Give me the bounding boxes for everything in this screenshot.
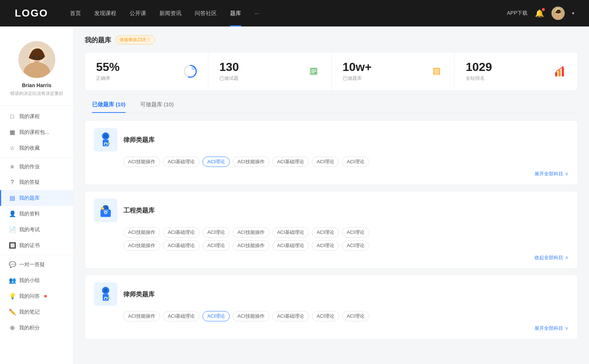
qbank-tag-active[interactable]: ACI理论 <box>202 157 230 167</box>
qbank-card-engineer: 工程类题库 ACI技能操作 ACI基础理论 ACI理论 ACI技能操作 ACI基… <box>85 191 578 269</box>
sidebar-item-points[interactable]: ⊕ 我的积分 <box>0 320 73 336</box>
qbank-tag[interactable]: ACI技能操作 <box>123 311 160 321</box>
sidebar-item-questions[interactable]: 💡 我的问答 <box>0 288 73 304</box>
svg-point-10 <box>191 67 195 70</box>
notification-dot <box>542 8 545 11</box>
qbank-tag[interactable]: ACI基础理论 <box>163 311 200 321</box>
qbank-lawyer-2-expand[interactable]: 展开全部科目 ∨ <box>94 325 569 332</box>
qbank-tag[interactable]: ACI技能操作 <box>233 227 269 238</box>
stat-ranking: 1029 全站排名 <box>455 52 578 90</box>
qbank-card-engineer-header: 工程类题库 <box>94 199 569 222</box>
sidebar-item-profile[interactable]: 👤 我的资料 <box>0 206 73 222</box>
nav-more[interactable]: ··· <box>254 10 259 17</box>
qbank-tag-active[interactable]: ACI理论 <box>202 311 230 321</box>
qbank-tag[interactable]: ACI理论 <box>342 311 369 321</box>
sidebar-item-exam[interactable]: 📄 我的考试 <box>0 222 73 238</box>
qbank-tag[interactable]: ACI理论 <box>312 311 339 321</box>
sidebar-item-profile-label: 我的资料 <box>19 211 40 217</box>
tab-available-banks[interactable]: 可做题库 (10) <box>133 98 181 113</box>
qbank-tag[interactable]: ACI技能操作 <box>123 157 160 167</box>
sidebar-item-qbank-label: 我的题库 <box>19 195 40 201</box>
qbank-tag[interactable]: ACI理论 <box>202 240 230 251</box>
svg-rect-13 <box>311 69 316 70</box>
sidebar-item-courses[interactable]: □ 我的课程 <box>0 109 73 124</box>
nav-qbank[interactable]: 题库 <box>230 10 241 17</box>
stat-done-questions-text: 130 已做试题 <box>219 61 303 82</box>
sidebar-item-tutoring-label: 一对一答疑 <box>19 261 45 268</box>
sidebar-item-courses-label: 我的课程 <box>19 113 40 120</box>
stat-done-questions-value: 130 <box>219 61 303 73</box>
sidebar-item-course-package[interactable]: ▦ 我的课程包... <box>0 124 73 140</box>
points-icon: ⊕ <box>9 324 15 331</box>
svg-rect-18 <box>434 69 439 70</box>
sidebar-item-qbank[interactable]: ▤ 我的题库 <box>0 190 73 206</box>
svg-rect-34 <box>102 208 103 209</box>
navbar: LOGO 首页 发现课程 公开课 新闻资讯 问答社区 题库 ··· APP下载 … <box>0 0 589 26</box>
qbank-tag[interactable]: ACI基础理论 <box>163 227 200 238</box>
qbank-tag[interactable]: ACI技能操作 <box>233 311 269 321</box>
sidebar-item-favorites-label: 我的收藏 <box>19 145 40 151</box>
qbank-tag[interactable]: ACI理论 <box>312 157 339 167</box>
svg-rect-14 <box>311 71 316 72</box>
sidebar-item-homework-label: 我的作业 <box>19 164 40 170</box>
svg-point-39 <box>103 288 108 293</box>
nav-opencourse[interactable]: 公开课 <box>130 10 146 17</box>
sidebar-avatar <box>18 41 55 78</box>
tutoring-icon: 💬 <box>9 261 15 268</box>
nav-home[interactable]: 首页 <box>70 10 81 17</box>
sidebar-item-answers[interactable]: ? 我的答疑 <box>0 175 73 190</box>
qbank-tag[interactable]: ACI理论 <box>312 240 339 251</box>
qbank-tag[interactable]: ACI理论 <box>342 227 369 238</box>
sidebar-item-group[interactable]: 👥 我的小组 <box>0 272 73 288</box>
qbank-card-engineer-tags-row2: ACI技能操作 ACI基础理论 ACI理论 ACI技能操作 ACI基础理论 AC… <box>94 240 569 251</box>
sidebar-item-favorites[interactable]: ☆ 我的收藏 <box>0 140 73 156</box>
tab-done-banks[interactable]: 已做题库 (10) <box>85 98 133 113</box>
qbank-icon: ▤ <box>9 195 15 201</box>
qbank-tag[interactable]: ACI技能操作 <box>123 227 160 238</box>
sidebar-item-certificate-label: 我的证书 <box>19 242 40 249</box>
nav-qa[interactable]: 问答社区 <box>195 10 217 17</box>
svg-rect-21 <box>435 74 438 74</box>
qbank-tag[interactable]: ACI基础理论 <box>163 240 200 251</box>
qbank-tag[interactable]: ACI基础理论 <box>272 311 309 321</box>
avatar-chevron-icon[interactable]: ▾ <box>572 11 574 16</box>
sidebar-username: Brian Harris <box>22 82 51 88</box>
qbank-card-lawyer-1-tags: ACI技能操作 ACI基础理论 ACI理论 ACI技能操作 ACI基础理论 AC… <box>94 157 569 167</box>
qbank-tag[interactable]: ACI技能操作 <box>123 240 160 251</box>
svg-rect-24 <box>562 68 564 76</box>
svg-point-36 <box>105 212 106 213</box>
qbank-tag[interactable]: ACI理论 <box>312 227 339 238</box>
sidebar-item-certificate[interactable]: 🔲 我的证书 <box>0 238 73 253</box>
sidebar-item-homework[interactable]: ≡ 我的作业 <box>0 159 73 175</box>
qbank-tag[interactable]: ACI基础理论 <box>163 157 200 167</box>
qbank-tag[interactable]: ACI技能操作 <box>233 240 269 251</box>
qbank-engineer-expand[interactable]: 收起全部科目 ∧ <box>94 254 569 261</box>
qbank-card-engineer-title: 工程类题库 <box>123 206 155 215</box>
qbank-tag[interactable]: ACI基础理论 <box>272 240 309 251</box>
sidebar-item-tutoring[interactable]: 💬 一对一答疑 <box>0 257 73 272</box>
svg-rect-20 <box>434 72 439 73</box>
lawyer-bank-icon <box>94 128 117 151</box>
courses-icon: □ <box>9 113 15 120</box>
homework-icon: ≡ <box>9 164 15 170</box>
svg-rect-23 <box>558 70 561 76</box>
qbank-tag[interactable]: ACI基础理论 <box>272 227 309 238</box>
avatar[interactable] <box>551 7 565 20</box>
favorites-icon: ☆ <box>9 144 15 151</box>
qbank-tag[interactable]: ACI技能操作 <box>233 157 269 167</box>
qbank-tag[interactable]: ACI基础理论 <box>272 157 309 167</box>
app-download-button[interactable]: APP下载 <box>507 10 528 17</box>
qbank-card-lawyer-2-header: 律师类题库 <box>94 282 569 306</box>
course-package-icon: ▦ <box>9 129 15 136</box>
sidebar-item-notes[interactable]: ✏️ 我的笔记 <box>0 304 73 320</box>
nav-news[interactable]: 新闻资讯 <box>159 10 181 17</box>
stat-done-banks: 10w+ 已做题库 <box>332 52 455 90</box>
questions-icon: 💡 <box>9 293 15 300</box>
notification-bell[interactable]: 🔔 <box>535 9 544 18</box>
qbank-lawyer-1-expand[interactable]: 展开全部科目 ∨ <box>94 171 569 177</box>
nav-discover[interactable]: 发现课程 <box>94 10 116 17</box>
stat-ranking-value: 1029 <box>466 61 549 73</box>
qbank-tag[interactable]: ACI理论 <box>202 227 230 238</box>
qbank-tag[interactable]: ACI理论 <box>342 157 369 167</box>
qbank-tag[interactable]: ACI理论 <box>342 240 369 251</box>
